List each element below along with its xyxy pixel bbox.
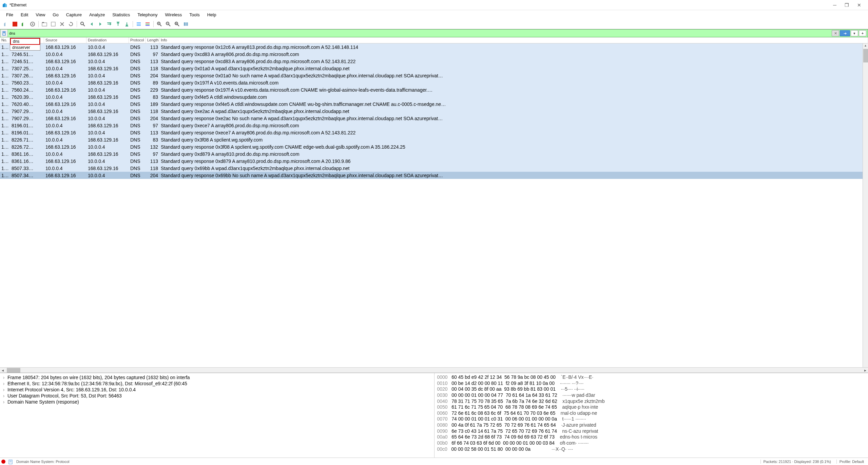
- packet-row[interactable]: 1…7307.25…10.0.0.4168.63.129.16DNS118Sta…: [0, 65, 868, 72]
- menu-item[interactable]: Edit: [17, 11, 32, 18]
- capture-options-button[interactable]: [28, 20, 37, 28]
- auto-scroll-button[interactable]: [135, 20, 143, 28]
- menu-item[interactable]: Capture: [63, 11, 85, 18]
- column-header[interactable]: Source: [44, 37, 86, 43]
- packet-row[interactable]: 1…8507.33…10.0.0.4168.63.129.16DNS118Sta…: [0, 165, 868, 172]
- packet-row[interactable]: 1…7620.40…168.63.129.1610.0.0.4DNS189Sta…: [0, 100, 868, 108]
- svg-rect-9: [126, 26, 128, 26]
- svg-rect-13: [146, 22, 150, 23]
- close-button[interactable]: ✕: [857, 2, 861, 8]
- tree-node[interactable]: › Internet Protocol Version 4, Src: 168.…: [1, 387, 433, 393]
- expert-info-icon[interactable]: [1, 460, 5, 464]
- packet-bytes-hex[interactable]: 0000 60 45 bd e9 42 2f 12 34 56 78 9a bc…: [434, 373, 868, 458]
- hex-line[interactable]: 0040 78 31 71 75 70 78 35 65 7a 6b 7a 74…: [437, 398, 866, 405]
- menu-item[interactable]: Go: [49, 11, 62, 18]
- filter-bookmark-icon[interactable]: [0, 30, 8, 37]
- filter-clear-button[interactable]: ✕: [832, 30, 839, 36]
- go-last-button[interactable]: [123, 20, 131, 28]
- hex-line[interactable]: 0000 60 45 bd e9 42 2f 12 34 56 78 9a bc…: [437, 374, 866, 380]
- capture-file-icon[interactable]: [8, 459, 14, 464]
- packet-row[interactable]: 1…168.63.129.1610.0.0.4DNS113Standard qu…: [0, 43, 868, 51]
- menu-item[interactable]: Telephony: [134, 11, 161, 18]
- filter-add-button[interactable]: +: [859, 30, 866, 36]
- packet-row[interactable]: 1…8361.16…168.63.129.1610.0.0.4DNS113Sta…: [0, 157, 868, 165]
- packet-row[interactable]: 1…8226.72…168.63.129.1610.0.0.4DNS132Sta…: [0, 143, 868, 150]
- menu-item[interactable]: Tools: [186, 11, 203, 18]
- save-file-button[interactable]: [49, 20, 57, 28]
- svg-rect-4: [42, 22, 44, 23]
- svg-rect-15: [146, 25, 150, 26]
- zoom-in-button[interactable]: [155, 20, 163, 28]
- menu-item[interactable]: Statistics: [109, 11, 133, 18]
- find-packet-button[interactable]: [79, 20, 87, 28]
- stop-capture-button[interactable]: [11, 20, 19, 28]
- packet-details-tree[interactable]: › Frame 180547: 204 bytes on wire (1632 …: [0, 373, 434, 458]
- menu-item[interactable]: File: [3, 11, 17, 18]
- go-forward-button[interactable]: [96, 20, 104, 28]
- packet-row[interactable]: 1…8226.71…10.0.0.4168.63.129.16DNS83Stan…: [0, 136, 868, 143]
- menu-item[interactable]: View: [32, 11, 49, 18]
- hex-line[interactable]: 00b0 6f 66 74 03 63 6f 6d 00 00 00 00 01…: [437, 440, 866, 446]
- packet-row[interactable]: 1…7907.29…168.63.129.1610.0.0.4DNS204Sta…: [0, 115, 868, 122]
- column-header[interactable]: Info: [159, 37, 868, 43]
- hex-line[interactable]: 0080 00 4a 0f 61 7a 75 72 65 70 72 69 76…: [437, 422, 866, 428]
- hex-line[interactable]: 0050 61 71 6c 71 75 65 04 70 68 78 78 08…: [437, 404, 866, 410]
- vertical-scrollbar[interactable]: ▴: [863, 43, 868, 367]
- status-profile[interactable]: Profile: Default: [836, 460, 867, 464]
- packet-row[interactable]: 1…8507.34…168.63.129.1610.0.0.4DNS204Sta…: [0, 172, 868, 179]
- menu-item[interactable]: Wireless: [161, 11, 185, 18]
- display-filter-bar: ✕ ➔ ▾ + dns dnsserver: [0, 29, 868, 37]
- colorize-button[interactable]: [143, 20, 152, 28]
- minimize-button[interactable]: ─: [833, 2, 836, 8]
- status-bar: Domain Name System: Protocol Packets: 21…: [0, 458, 868, 465]
- filter-input[interactable]: [8, 31, 832, 35]
- menu-item[interactable]: Analyze: [86, 11, 108, 18]
- packet-row[interactable]: 1…7307.26…168.63.129.1610.0.0.4DNS204Sta…: [0, 72, 868, 79]
- reload-button[interactable]: [67, 20, 75, 28]
- hex-line[interactable]: 0060 72 6e 61 6c 08 63 6c 6f 75 64 61 70…: [437, 410, 866, 416]
- go-to-packet-button[interactable]: [105, 20, 113, 28]
- packet-row[interactable]: 1…7246.51…168.63.129.1610.0.0.4DNS113Sta…: [0, 58, 868, 65]
- packet-row[interactable]: 1…8196.01…10.0.0.4168.63.129.16DNS97Stan…: [0, 122, 868, 129]
- hex-line[interactable]: 0020 00 04 00 35 dc 8f 00 aa 93 8b 69 bb…: [437, 386, 866, 392]
- packet-row[interactable]: 1…7560.23…10.0.0.4168.63.129.16DNS89Stan…: [0, 79, 868, 86]
- tree-node[interactable]: › Ethernet II, Src: 12:34:56:78:9a:bc (1…: [1, 380, 433, 387]
- packet-row[interactable]: 1…7246.51…10.0.0.4168.63.129.16DNS97Stan…: [0, 51, 868, 58]
- close-file-button[interactable]: [58, 20, 66, 28]
- tree-node[interactable]: › Domain Name System (response): [1, 399, 433, 405]
- tree-node[interactable]: › User Datagram Protocol, Src Port: 53, …: [1, 393, 433, 399]
- zoom-reset-button[interactable]: 1: [173, 20, 181, 28]
- hex-line[interactable]: 00a0 65 64 6e 73 2d 68 6f 73 74 09 6d 69…: [437, 434, 866, 440]
- horizontal-scrollbar[interactable]: ◂▸: [0, 367, 868, 373]
- column-header[interactable]: Protocol: [129, 37, 146, 43]
- hex-line[interactable]: 0090 6e 73 c0 43 14 61 7a 75 72 65 70 72…: [437, 428, 866, 434]
- autocomplete-item[interactable]: dns: [10, 38, 40, 45]
- open-file-button[interactable]: [40, 20, 49, 28]
- packet-row[interactable]: 1…7907.29…10.0.0.4168.63.129.16DNS118Sta…: [0, 108, 868, 115]
- packet-row[interactable]: 1…8196.01…168.63.129.1610.0.0.4DNS113Sta…: [0, 129, 868, 136]
- start-capture-button[interactable]: [2, 20, 10, 28]
- hex-line[interactable]: 0070 74 00 00 01 00 01 c0 31 00 06 00 01…: [437, 416, 866, 422]
- hex-line[interactable]: 0030 00 00 00 01 00 00 04 77 70 61 64 1a…: [437, 392, 866, 398]
- svg-point-6: [81, 22, 83, 25]
- packet-row[interactable]: 1…7620.39…10.0.0.4168.63.129.16DNS83Stan…: [0, 93, 868, 100]
- maximize-button[interactable]: ❐: [845, 2, 849, 8]
- filter-history-button[interactable]: ▾: [851, 30, 858, 36]
- packet-row[interactable]: 1…7560.24…168.63.129.1610.0.0.4DNS229Sta…: [0, 86, 868, 93]
- resize-columns-button[interactable]: [182, 20, 190, 28]
- zoom-out-button[interactable]: [164, 20, 172, 28]
- packet-list: No. Time Source Destination Protocol Len…: [0, 37, 868, 373]
- go-back-button[interactable]: [88, 20, 96, 28]
- hex-line[interactable]: 0010 00 be 14 d2 00 00 80 11 f2 09 a8 3f…: [437, 380, 866, 387]
- filter-apply-button[interactable]: ➔: [840, 30, 850, 36]
- column-header[interactable]: No.: [0, 37, 10, 43]
- menu-item[interactable]: Help: [204, 11, 220, 18]
- column-header[interactable]: Length: [146, 37, 159, 43]
- restart-capture-button[interactable]: [20, 20, 28, 28]
- packet-row[interactable]: 1…8361.16…10.0.0.4168.63.129.16DNS97Stan…: [0, 150, 868, 157]
- autocomplete-item[interactable]: dnsserver: [10, 45, 40, 50]
- tree-node[interactable]: › Frame 180547: 204 bytes on wire (1632 …: [1, 374, 433, 380]
- column-header[interactable]: Destination: [86, 37, 129, 43]
- go-first-button[interactable]: [114, 20, 122, 28]
- hex-line[interactable]: 00c0 00 00 02 58 00 01 51 80 00 00 00 0a…: [437, 446, 866, 452]
